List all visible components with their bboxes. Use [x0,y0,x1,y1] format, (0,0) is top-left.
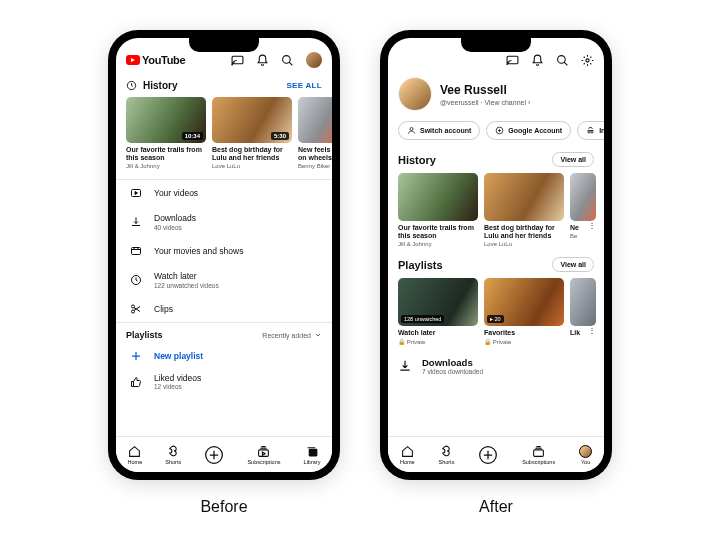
bottom-nav: Home Shorts Subscriptions [388,436,604,472]
youtube-logo[interactable]: YouTube [126,54,185,66]
svg-point-13 [586,59,589,62]
nav-shorts[interactable]: Shorts [165,445,181,465]
nav-home[interactable]: Home [400,445,415,465]
svg-rect-4 [132,248,141,255]
chevron-down-icon [314,331,322,339]
subscriptions-icon [257,445,270,458]
svg-point-12 [558,56,566,64]
svg-point-14 [410,128,413,131]
google-account-chip[interactable]: Google Account [486,121,571,140]
nav-subscriptions[interactable]: Subscriptions [247,445,280,465]
plus-circle-icon [204,445,224,465]
profile-block[interactable]: Vee Russell @veerussell · View channel › [388,73,604,119]
profile-name: Vee Russell [440,83,530,97]
view-all-button[interactable]: View all [552,152,594,167]
nav-home[interactable]: Home [128,445,143,465]
history-header: History SEE ALL [116,74,332,95]
search-icon[interactable] [281,54,294,67]
incognito-chip[interactable]: Incog [577,121,604,140]
nav-create[interactable] [204,445,224,465]
movies-row[interactable]: Your movies and shows [116,238,332,264]
new-playlist-button[interactable]: New playlist [116,344,332,368]
nav-library[interactable]: Library [304,445,321,465]
switch-account-chip[interactable]: Switch account [398,121,480,140]
history-card[interactable]: Ne⋮ Be [570,173,596,247]
search-icon[interactable] [556,54,569,67]
nav-subscriptions[interactable]: Subscriptions [522,445,555,465]
settings-icon[interactable] [581,54,594,67]
download-icon [398,359,412,373]
history-icon [126,80,137,91]
history-label: History [398,154,436,166]
thumbs-up-icon [130,376,142,388]
shorts-icon [440,445,453,458]
home-icon [401,445,414,458]
playlists-label: Playlists [398,259,443,271]
playlist-card[interactable]: 128 unwatched Watch later 🔒 Private [398,278,478,345]
download-icon [130,216,142,228]
account-chips[interactable]: Switch account Google Account Incog [388,119,604,148]
plus-icon [130,350,142,362]
cast-icon[interactable] [506,54,519,67]
bell-icon[interactable] [256,54,269,67]
switch-icon [407,126,416,135]
shorts-icon [167,445,180,458]
bottom-nav: Home Shorts Subscriptions [116,436,332,472]
google-icon [495,126,504,135]
caption-before: Before [200,498,247,516]
playlists-strip[interactable]: 128 unwatched Watch later 🔒 Private ▸ 20… [388,276,604,351]
see-all-link[interactable]: SEE ALL [286,81,322,90]
bell-icon[interactable] [531,54,544,67]
history-strip[interactable]: 10:34 Our favorite trails from this seas… [116,95,332,175]
svg-rect-19 [534,449,544,456]
incognito-icon [586,126,595,135]
scissors-icon [130,303,142,315]
liked-videos-row[interactable]: Liked videos12 videos [116,368,332,395]
history-card[interactable]: New feels on wheels Benny Biker [298,97,332,169]
nav-you[interactable]: You [579,445,592,465]
playlist-card[interactable]: ▸ 20 Favorites 🔒 Private [484,278,564,345]
view-all-button[interactable]: View all [552,257,594,272]
play-box-icon [130,187,142,199]
home-icon [128,445,141,458]
history-strip[interactable]: Our favorite trails from this season Jil… [388,171,604,253]
your-videos-row[interactable]: Your videos [116,180,332,206]
svg-point-1 [283,55,291,63]
avatar[interactable] [398,77,432,111]
film-icon [130,245,142,257]
library-icon [306,445,319,458]
plus-circle-icon [478,445,498,465]
history-card[interactable]: 10:34 Our favorite trails from this seas… [126,97,206,169]
svg-rect-10 [308,448,317,456]
nav-shorts[interactable]: Shorts [438,445,454,465]
watch-later-row[interactable]: Watch later122 unwatched videos [116,264,332,296]
nav-create[interactable] [478,445,498,465]
history-card[interactable]: Best dog birthday for Lulu and her frien… [484,173,564,247]
playlist-card[interactable]: Lik⋮ [570,278,596,345]
avatar[interactable] [306,52,322,68]
playlists-label: Playlists [126,330,163,340]
caption-after: After [479,498,513,516]
svg-point-16 [588,131,590,133]
history-card[interactable]: 5:30 Best dog birthday for Lulu and her … [212,97,292,169]
cast-icon[interactable] [231,54,244,67]
sort-dropdown[interactable]: Recently added [262,331,322,339]
downloads-row[interactable]: Downloads40 videos [116,206,332,238]
avatar-icon [579,445,592,458]
clips-row[interactable]: Clips [116,296,332,322]
downloads-row[interactable]: Downloads 7 videos downloaded [422,357,483,375]
subscriptions-icon [532,445,545,458]
clock-icon [130,274,142,286]
svg-point-17 [591,131,593,133]
history-card[interactable]: Our favorite trails from this season Jil… [398,173,478,247]
